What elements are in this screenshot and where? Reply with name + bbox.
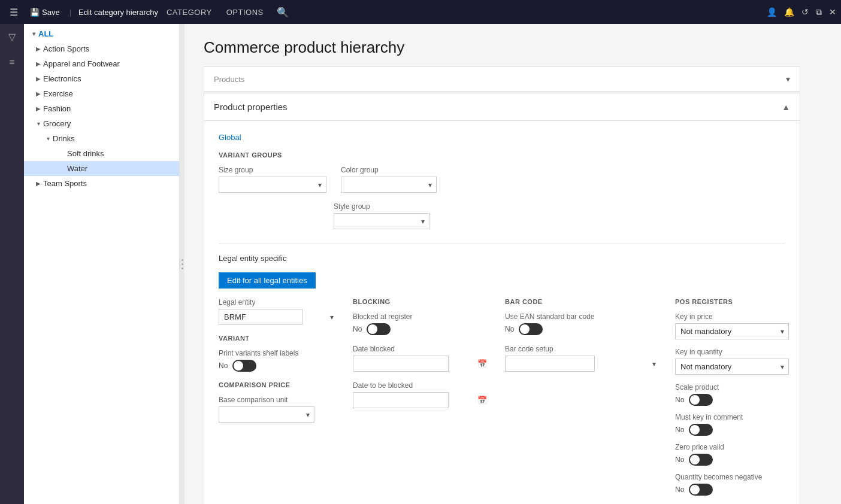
- nav-label-drinks: Drinks: [53, 134, 174, 143]
- date-to-be-blocked-calendar-icon[interactable]: 📅: [477, 396, 487, 405]
- variant-header: VARIANT: [219, 335, 338, 342]
- nav-label-exercise: Exercise: [43, 89, 174, 98]
- must-key-toggle[interactable]: [689, 424, 713, 436]
- close-icon[interactable]: ✕: [829, 7, 836, 17]
- page-title: Commerce product hierarchy: [204, 38, 800, 57]
- save-button[interactable]: 💾 Save: [25, 5, 65, 19]
- nav-item-soft-drinks[interactable]: Soft drinks: [24, 146, 179, 161]
- resizer-dot: [181, 263, 183, 265]
- resizer-dot: [181, 259, 183, 261]
- key-in-price-select[interactable]: Not mandatory Mandatory Must not key in: [675, 323, 789, 339]
- products-section-title: Products: [214, 75, 244, 84]
- nav-item-action-sports[interactable]: ▶ Action Sports: [24, 41, 179, 56]
- hamburger-menu[interactable]: ☰: [5, 4, 23, 20]
- base-comparison-select-wrapper: [219, 406, 314, 423]
- window-icon[interactable]: ⧉: [816, 7, 822, 17]
- nav-item-all[interactable]: ▾ ALL: [24, 26, 179, 41]
- nav-item-fashion[interactable]: ▶ Fashion: [24, 101, 179, 116]
- print-shelf-toggle[interactable]: [232, 360, 256, 372]
- separator: |: [69, 8, 71, 17]
- key-in-quantity-select-wrapper: Not mandatory Mandatory Must not key in: [675, 359, 789, 375]
- search-icon[interactable]: 🔍: [277, 7, 289, 18]
- arrow-fashion: ▶: [34, 105, 43, 112]
- date-blocked-field: Date blocked 📅: [353, 345, 491, 372]
- arrow-team-sports: ▶: [34, 180, 43, 187]
- blocked-register-toggle[interactable]: [367, 323, 391, 335]
- qty-negative-toggle[interactable]: [689, 484, 713, 496]
- nav-resizer[interactable]: [180, 24, 184, 504]
- scale-product-label: Scale product: [675, 383, 789, 391]
- products-chevron: ▾: [786, 74, 790, 84]
- user-icon[interactable]: 👤: [767, 7, 777, 17]
- nav-item-apparel[interactable]: ▶ Apparel and Footwear: [24, 56, 179, 71]
- options-menu[interactable]: OPTIONS: [220, 5, 270, 19]
- legal-entity-select[interactable]: BRMF: [219, 309, 302, 325]
- use-ean-toggle[interactable]: [519, 323, 543, 335]
- nav-label-all: ALL: [38, 29, 174, 38]
- use-ean-no-label: No: [505, 325, 514, 333]
- refresh-icon[interactable]: ↺: [801, 7, 809, 17]
- base-comparison-select[interactable]: [219, 406, 314, 423]
- size-group-select-wrapper: [219, 177, 326, 193]
- filter-icon[interactable]: ▽: [6, 29, 18, 45]
- key-in-quantity-label: Key in quantity: [675, 348, 789, 356]
- nav-label-grocery: Grocery: [43, 119, 174, 128]
- date-blocked-input[interactable]: [353, 356, 449, 372]
- style-group-select[interactable]: [334, 213, 429, 229]
- arrow-action-sports: ▶: [34, 45, 43, 52]
- key-in-quantity-field: Key in quantity Not mandatory Mandatory …: [675, 348, 789, 375]
- style-group-field: Style group: [334, 202, 429, 229]
- layout: ▽ ≡ ▾ ALL ▶ Action Sports ▶ Apparel and …: [0, 24, 841, 504]
- edit-all-legal-entities-button[interactable]: Edit for all legal entities: [219, 272, 316, 289]
- key-in-quantity-select[interactable]: Not mandatory Mandatory Must not key in: [675, 359, 789, 375]
- list-icon[interactable]: ≡: [7, 54, 17, 70]
- size-group-select[interactable]: [219, 177, 326, 193]
- blocked-no-label: No: [353, 325, 362, 333]
- arrow-all: ▾: [29, 31, 38, 37]
- properties-header[interactable]: Product properties ▲: [204, 93, 800, 121]
- legal-entity-select-wrapper: BRMF: [219, 309, 338, 325]
- products-section-header[interactable]: Products ▾: [204, 66, 800, 92]
- bar-code-header: BAR CODE: [505, 298, 661, 305]
- nav-item-water[interactable]: Water: [24, 161, 179, 176]
- zero-price-field: Zero price valid No: [675, 443, 789, 466]
- zero-price-toggle-row: No: [675, 454, 789, 466]
- must-key-no-label: No: [675, 426, 684, 434]
- arrow-electronics: ▶: [34, 75, 43, 82]
- comparison-price-header: COMPARISON PRICE: [219, 381, 338, 388]
- scale-product-field: Scale product No: [675, 383, 789, 406]
- zero-price-toggle[interactable]: [689, 454, 713, 466]
- date-blocked-calendar-icon[interactable]: 📅: [477, 359, 487, 368]
- size-group-label: Size group: [219, 166, 326, 174]
- legal-entity-field: Legal entity BRMF: [219, 298, 338, 325]
- nav-label-apparel: Apparel and Footwear: [43, 59, 174, 68]
- date-blocked-input-wrapper: 📅: [353, 356, 491, 372]
- style-group-row: Style group: [219, 202, 785, 229]
- bar-code-setup-select[interactable]: [505, 356, 595, 372]
- base-comparison-label: Base comparison unit: [219, 396, 338, 404]
- blocked-register-toggle-row: No: [353, 323, 491, 335]
- arrow-drinks: ▾: [43, 135, 53, 142]
- date-to-be-blocked-input[interactable]: [353, 392, 449, 408]
- legal-entity-specific-title: Legal entity specific: [219, 254, 785, 263]
- nav-item-team-sports[interactable]: ▶ Team Sports: [24, 176, 179, 191]
- nav-item-grocery[interactable]: ▾ Grocery: [24, 116, 179, 131]
- page-breadcrumb: Edit category hierarchy: [78, 8, 158, 17]
- key-in-price-field: Key in price Not mandatory Mandatory Mus…: [675, 312, 789, 339]
- color-group-select-wrapper: [341, 177, 437, 193]
- nav-item-exercise[interactable]: ▶ Exercise: [24, 86, 179, 101]
- key-in-price-select-wrapper: Not mandatory Mandatory Must not key in: [675, 323, 789, 339]
- properties-title: Product properties: [214, 102, 288, 112]
- nav-item-electronics[interactable]: ▶ Electronics: [24, 71, 179, 86]
- scale-toggle[interactable]: [689, 394, 713, 406]
- col-barcode: BAR CODE Use EAN standard bar code No Ba…: [505, 298, 661, 372]
- resizer-dot: [181, 268, 183, 269]
- color-group-select[interactable]: [341, 177, 437, 193]
- notification-icon[interactable]: 🔔: [784, 7, 794, 17]
- bar-code-setup-select-wrapper: [505, 356, 661, 372]
- nav-item-drinks[interactable]: ▾ Drinks: [24, 131, 179, 146]
- category-menu[interactable]: CATEGORY: [161, 5, 218, 19]
- zero-price-label: Zero price valid: [675, 443, 789, 451]
- date-to-be-blocked-label: Date to be blocked: [353, 381, 491, 390]
- qty-negative-label: Quantity becomes negative: [675, 473, 789, 481]
